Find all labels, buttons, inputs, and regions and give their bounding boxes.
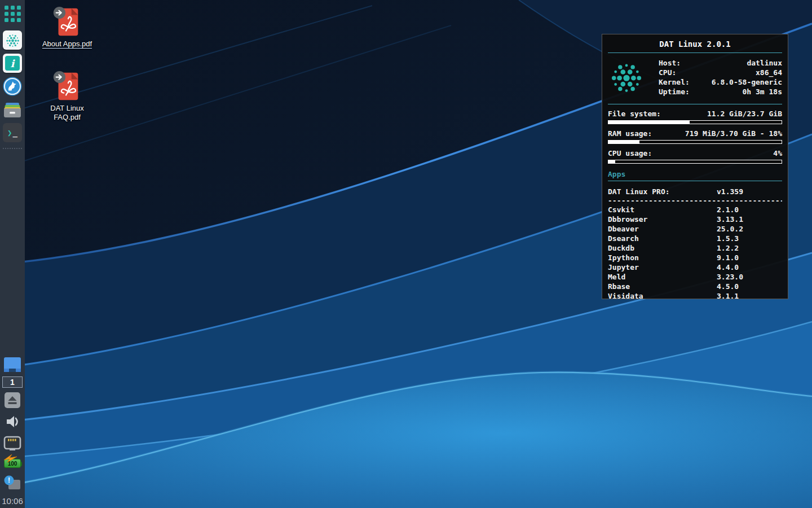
cpu-meter: CPU usage: 4% xyxy=(608,148,782,164)
workspace-pager[interactable]: 1 xyxy=(2,376,23,388)
taskbar-separator xyxy=(3,148,22,149)
file-cabinet-icon xyxy=(3,100,22,119)
app-name: Dsearch xyxy=(608,234,717,243)
app-version: 4.4.0 xyxy=(717,262,739,272)
pro-version-row: DAT Linux PRO: v1.359 xyxy=(608,187,782,196)
app-name: Dbeaver xyxy=(608,224,717,234)
cpu-bar xyxy=(608,160,782,164)
meter-value: 4% xyxy=(773,148,782,158)
desktop: i ❯_ xyxy=(0,0,812,508)
info-label: Uptime: xyxy=(659,87,690,97)
app-version: 9.1.0 xyxy=(717,253,739,262)
info-value: x86_64 xyxy=(756,68,782,77)
meter-label: CPU usage: xyxy=(608,148,652,158)
datlinux-launcher[interactable] xyxy=(3,30,22,50)
app-row: Rbase 4.5.0 xyxy=(608,282,782,291)
app-version: 3.13.1 xyxy=(717,214,743,224)
speaker-icon xyxy=(3,413,21,431)
wolf-app-launcher[interactable] xyxy=(3,77,22,96)
file-manager-launcher[interactable] xyxy=(3,100,22,119)
separator-line xyxy=(608,181,782,181)
ethernet-port-icon xyxy=(3,435,22,452)
desktop-preview-icon xyxy=(3,357,22,373)
clock[interactable]: 10:06 xyxy=(2,496,23,506)
desktop-icon-datlinux-faq-pdf[interactable]: DAT Linux FAQ.pdf xyxy=(36,70,98,122)
app-name: Meld xyxy=(608,272,717,282)
app-version: 25.0.2 xyxy=(717,224,743,234)
info-row: CPU: x86_64 xyxy=(659,68,782,77)
notifications-indicator[interactable]: ! xyxy=(3,475,21,491)
info-label: CPU: xyxy=(659,68,676,77)
panel-title: DAT Linux 2.0.1 xyxy=(608,37,782,51)
info-icon: i xyxy=(5,56,20,71)
info-launcher[interactable]: i xyxy=(3,54,22,73)
app-menu-grid-icon xyxy=(5,6,21,22)
ram-meter: RAM usage: 719 MiB/3.70 GiB - 18% xyxy=(608,129,782,144)
eject-button[interactable] xyxy=(4,392,21,409)
pro-version: v1.359 xyxy=(717,187,743,196)
volume-button[interactable] xyxy=(3,413,21,431)
app-name: Jupyter xyxy=(608,262,717,272)
app-version: 4.5.0 xyxy=(717,282,739,291)
app-menu-button[interactable] xyxy=(5,4,21,27)
app-name: Dbbrowser xyxy=(608,214,717,224)
app-name: Visidata xyxy=(608,291,717,301)
meter-label: RAM usage: xyxy=(608,129,652,138)
system-info-rows: Host: datlinux CPU: x86_64 Kernel: 6.8.0… xyxy=(659,58,782,97)
taskbar: i ❯_ xyxy=(0,0,25,508)
meter-value: 719 MiB/3.70 GiB - 18% xyxy=(685,129,782,138)
desktop-icon-label: DAT Linux FAQ.pdf xyxy=(41,104,93,122)
info-row: Host: datlinux xyxy=(659,58,782,68)
app-row: Jupyter 4.4.0 xyxy=(608,262,782,272)
ram-bar xyxy=(608,140,782,144)
system-monitor-panel: DAT Linux 2.0.1 Host: datlinux CPU: x86_… xyxy=(602,34,788,299)
workspace-number: 1 xyxy=(10,378,15,387)
network-button[interactable] xyxy=(3,435,22,452)
app-name: Duckdb xyxy=(608,243,717,253)
meter-label: File system: xyxy=(608,109,661,119)
app-row: Meld 3.23.0 xyxy=(608,272,782,282)
svg-text:!: ! xyxy=(8,476,10,484)
info-value: datlinux xyxy=(747,58,782,68)
app-row: Dbeaver 25.0.2 xyxy=(608,224,782,234)
app-name: Ipython xyxy=(608,253,717,262)
app-name: Rbase xyxy=(608,282,717,291)
app-row: Ipython 9.1.0 xyxy=(608,253,782,262)
system-info-section: Host: datlinux CPU: x86_64 Kernel: 6.8.0… xyxy=(608,53,782,102)
app-row: Dbbrowser 3.13.1 xyxy=(608,214,782,224)
dashed-separator: ----------------------------------------… xyxy=(608,196,782,205)
datlinux-logo-icon xyxy=(609,60,644,95)
info-row: Kernel: 6.8.0-58-generic xyxy=(659,77,782,87)
info-value: 0h 3m 18s xyxy=(743,87,782,97)
terminal-prompt-icon: ❯ xyxy=(7,128,12,137)
pro-name: DAT Linux PRO: xyxy=(608,187,717,196)
charging-bolt-icon xyxy=(3,454,18,463)
battery-indicator[interactable]: 100 xyxy=(4,459,21,468)
notification-icon: ! xyxy=(3,475,21,491)
pdf-shortcut-icon xyxy=(51,70,83,103)
filesystem-meter: File system: 11.2 GiB/23.7 GiB xyxy=(608,109,782,124)
info-row: Uptime: 0h 3m 18s xyxy=(659,87,782,97)
app-row: Dsearch 1.5.3 xyxy=(608,234,782,243)
filesystem-bar xyxy=(608,120,782,124)
info-value: 6.8.0-58-generic xyxy=(712,77,782,87)
app-row: Visidata 3.1.1 xyxy=(608,291,782,301)
datlinux-logo-icon xyxy=(5,33,20,48)
app-version: 1.5.3 xyxy=(717,234,739,243)
app-row: Duckdb 1.2.2 xyxy=(608,243,782,253)
app-version: 3.23.0 xyxy=(717,272,743,282)
app-version: 2.1.0 xyxy=(717,205,739,214)
desktop-icon-about-apps-pdf[interactable]: About Apps.pdf xyxy=(36,6,98,49)
meter-value: 11.2 GiB/23.7 GiB xyxy=(707,109,782,119)
desktop-icon-label: About Apps.pdf xyxy=(42,40,92,49)
app-row: Csvkit 2.1.0 xyxy=(608,205,782,214)
info-label: Host: xyxy=(659,58,681,68)
show-desktop-button[interactable] xyxy=(3,357,22,373)
howling-wolf-icon xyxy=(3,77,22,96)
terminal-launcher[interactable]: ❯_ xyxy=(3,123,22,142)
info-label: Kernel: xyxy=(659,77,690,87)
eject-icon xyxy=(4,392,21,409)
app-version: 3.1.1 xyxy=(717,291,739,301)
pdf-shortcut-icon xyxy=(51,6,83,38)
app-version: 1.2.2 xyxy=(717,243,739,253)
